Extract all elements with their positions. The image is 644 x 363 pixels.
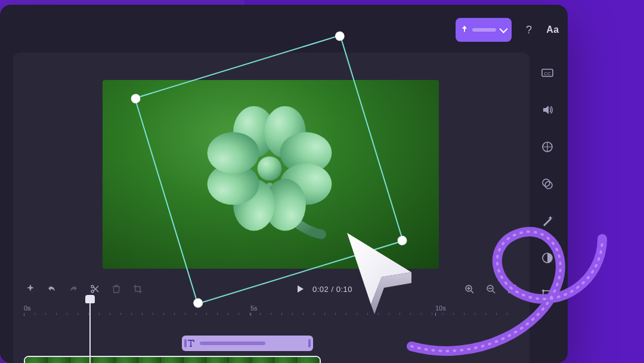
ruler-minor-tick — [400, 313, 400, 315]
text-clip[interactable] — [182, 336, 313, 351]
ruler-minor-tick — [378, 313, 379, 315]
svg-point-7 — [208, 132, 259, 174]
split-button[interactable] — [88, 282, 101, 296]
transform-button[interactable] — [539, 287, 556, 303]
ruler-minor-tick — [475, 313, 475, 315]
svg-point-9 — [91, 290, 94, 293]
editor-window: ? Aa — [0, 5, 568, 363]
ruler-minor-tick — [99, 313, 100, 315]
clip-thumbnail — [229, 357, 252, 363]
ruler-minor-tick — [239, 313, 239, 315]
play-button[interactable] — [293, 282, 306, 296]
text-icon — [187, 339, 195, 347]
ruler-minor-tick — [185, 313, 185, 315]
clip-thumbnail — [252, 357, 274, 363]
adjust-button[interactable] — [539, 250, 556, 266]
zoom-out-button[interactable] — [484, 282, 497, 296]
ruler-minor-tick — [410, 313, 411, 315]
ruler-minor-tick — [367, 313, 368, 315]
topbar: ? Aa — [456, 18, 559, 42]
time-ruler[interactable]: 0s 5s 10s — [24, 304, 519, 318]
ruler-minor-tick — [206, 313, 207, 315]
upload-icon — [460, 26, 469, 34]
ruler-minor-tick — [485, 313, 486, 315]
resize-handle-tr[interactable] — [334, 30, 346, 42]
effects-button[interactable] — [539, 176, 556, 192]
time-display: 0:02 / 0:10 — [312, 285, 352, 294]
clip-thumbnail — [184, 357, 206, 363]
ruler-label: 10s — [435, 304, 446, 312]
ruler-minor-tick — [507, 313, 507, 315]
crop-button[interactable] — [131, 282, 144, 296]
video-clip[interactable] — [24, 356, 321, 363]
ruler-minor-tick — [281, 313, 282, 315]
ruler-minor-tick — [432, 313, 432, 315]
fit-button[interactable] — [506, 282, 519, 296]
clip-thumbnail — [116, 357, 138, 363]
ruler-minor-tick — [314, 313, 314, 315]
svg-point-138 — [550, 290, 553, 292]
ruler-minor-tick — [303, 313, 304, 315]
clip-thumbnail — [206, 357, 229, 363]
ruler-minor-tick — [88, 313, 89, 315]
ruler-minor-tick — [217, 313, 218, 315]
filters-button[interactable] — [539, 139, 556, 155]
clip-thumbnail — [138, 357, 161, 363]
clip-thumbnail — [161, 357, 184, 363]
ruler-minor-tick — [131, 313, 132, 315]
magic-button[interactable] — [539, 213, 556, 229]
audio-button[interactable] — [539, 101, 556, 118]
ruler-minor-tick — [464, 313, 465, 315]
clip-thumbnail — [48, 357, 70, 363]
captions-button[interactable]: CC — [539, 64, 556, 81]
ruler-minor-tick — [196, 313, 196, 315]
ruler-minor-tick — [496, 313, 497, 315]
playhead[interactable] — [89, 303, 91, 363]
zoom-in-button[interactable] — [463, 282, 476, 296]
svg-point-137 — [542, 290, 544, 292]
delete-button[interactable] — [110, 282, 123, 296]
ruler-minor-tick — [292, 313, 293, 315]
svg-point-139 — [542, 298, 544, 300]
undo-button[interactable] — [45, 282, 58, 296]
ruler-minor-tick — [35, 313, 35, 315]
ruler-minor-tick — [389, 313, 389, 315]
ruler-minor-tick — [56, 313, 57, 315]
ruler-minor-tick — [324, 313, 325, 315]
timeline[interactable] — [24, 320, 519, 363]
ruler-minor-tick — [142, 313, 143, 315]
export-button[interactable] — [456, 18, 512, 42]
clip-thumbnail — [93, 357, 116, 363]
ruler-label: 0s — [24, 304, 31, 312]
ruler-minor-tick — [228, 313, 228, 315]
ruler-minor-tick — [163, 313, 164, 315]
right-tools: CC — [535, 64, 559, 303]
transport-toolbar: 0:02 / 0:10 — [24, 278, 519, 300]
svg-point-140 — [550, 298, 553, 300]
ruler-minor-tick — [174, 313, 175, 315]
ruler-minor-tick — [260, 313, 261, 315]
chevron-down-icon — [499, 25, 507, 33]
redo-button[interactable] — [67, 282, 80, 296]
clover-object[interactable] — [174, 76, 365, 267]
svg-rect-136 — [543, 291, 552, 299]
ruler-minor-tick — [120, 313, 121, 315]
ruler-minor-tick — [67, 313, 67, 315]
ruler-minor-tick — [442, 313, 443, 315]
help-button[interactable]: ? — [522, 23, 535, 36]
sparkle-button[interactable] — [24, 282, 37, 296]
ruler-minor-tick — [335, 313, 336, 315]
svg-point-8 — [258, 156, 282, 181]
export-label-placeholder — [472, 28, 496, 32]
text-clip-label-placeholder — [200, 342, 265, 345]
ruler-minor-tick — [346, 313, 346, 315]
font-button[interactable]: Aa — [546, 23, 559, 36]
time-current: 0:02 — [312, 285, 329, 294]
ruler-minor-tick — [357, 313, 357, 315]
edit-area: 0:02 / 0:10 0s 5s 10s — [13, 53, 530, 363]
svg-text:CC: CC — [544, 71, 551, 76]
ruler-minor-tick — [45, 313, 46, 315]
clip-thumbnail — [297, 357, 320, 363]
ruler-minor-tick — [153, 313, 153, 315]
time-total: 0:10 — [336, 285, 352, 294]
